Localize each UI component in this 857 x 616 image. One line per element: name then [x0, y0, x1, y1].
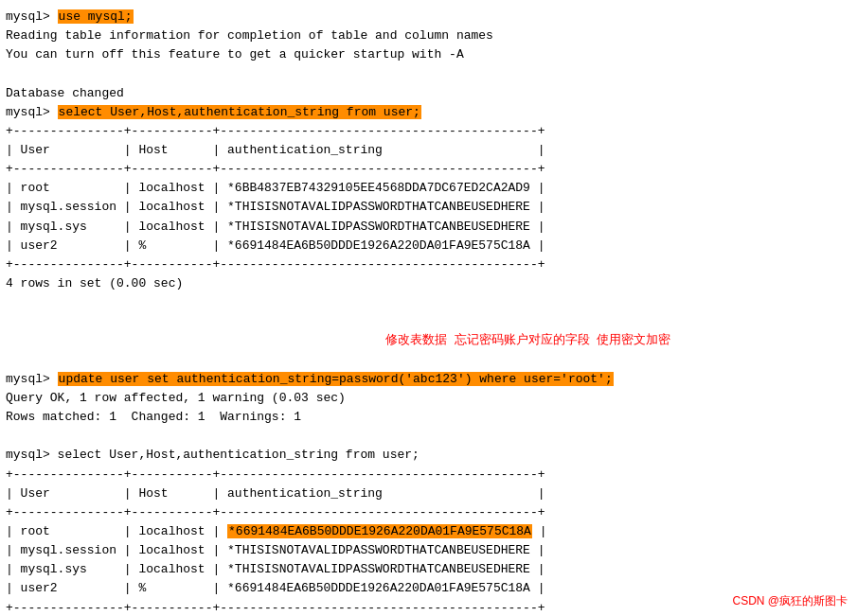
annotation-line-1: 修改表数据 忘记密码账户对应的字段 使用密文加密	[6, 312, 851, 370]
row-post: |	[532, 524, 547, 538]
cmd-18: update user set authentication_string=pa…	[58, 372, 614, 386]
line-26: | root | localhost | *6691484EA6B50DDDE1…	[6, 522, 851, 541]
footer-text: CSDN @疯狂的斯图卡	[732, 594, 848, 607]
line-30: +---------------+-----------+-----------…	[6, 599, 851, 616]
annotation-text-1: 修改表数据 忘记密码账户对应的字段 使用密文加密	[385, 334, 670, 347]
line-2: Reading table information for completion…	[6, 26, 851, 45]
line-14: +---------------+-----------+-----------…	[6, 255, 851, 274]
line-28: | mysql.sys | localhost | *THISISNOTAVAL…	[6, 560, 851, 579]
cmd-22-text: select User,Host,authentication_string f…	[58, 448, 420, 462]
line-11: | mysql.session | localhost | *THISISNOT…	[6, 198, 851, 217]
line-20: Rows matched: 1 Changed: 1 Warnings: 1	[6, 408, 851, 427]
prompt-22: mysql>	[6, 448, 58, 462]
line-1: mysql> use mysql;	[6, 8, 851, 26]
line-9: +---------------+-----------+-----------…	[6, 160, 851, 179]
line-4	[6, 64, 851, 83]
line-13: | user2 | % | *6691484EA6B50DDDE1926A220…	[6, 237, 851, 255]
line-3: You can turn off this feature to get a q…	[6, 45, 851, 64]
line-21	[6, 427, 851, 446]
line-18: mysql> update user set authentication_st…	[6, 370, 851, 389]
line-24: | User | Host | authentication_string |	[6, 484, 851, 503]
line-23: +---------------+-----------+-----------…	[6, 466, 851, 484]
prompt-6: mysql>	[6, 105, 58, 119]
line-19: Query OK, 1 row affected, 1 warning (0.0…	[6, 389, 851, 408]
line-29: | user2 | % | *6691484EA6B50DDDE1926A220…	[6, 579, 851, 598]
row-highlight: *6691484EA6B50DDDE1926A220DA01FA9E575C18…	[227, 524, 532, 538]
row-pre: | root | localhost |	[6, 524, 227, 538]
prompt-1: mysql>	[6, 9, 58, 24]
line-6: mysql> select User,Host,authentication_s…	[6, 103, 851, 122]
line-15: 4 rows in set (0.00 sec)	[6, 274, 851, 293]
line-16	[6, 293, 851, 312]
line-12: | mysql.sys | localhost | *THISISNOTAVAL…	[6, 218, 851, 237]
line-8: | User | Host | authentication_string |	[6, 141, 851, 160]
footer: CSDN @疯狂的斯图卡	[732, 592, 848, 610]
cmd-6: select User,Host,authentication_string f…	[58, 105, 421, 119]
line-25: +---------------+-----------+-----------…	[6, 503, 851, 522]
line-22: mysql> select User,Host,authentication_s…	[6, 446, 851, 465]
line-5: Database changed	[6, 84, 851, 103]
cmd-1: use mysql;	[58, 9, 134, 24]
line-27: | mysql.session | localhost | *THISISNOT…	[6, 541, 851, 560]
line-7: +---------------+-----------+-----------…	[6, 122, 851, 141]
prompt-18: mysql>	[6, 372, 58, 386]
line-10: | root | localhost | *6BB4837EB74329105E…	[6, 179, 851, 198]
terminal-window: mysql> use mysql; Reading table informat…	[0, 0, 857, 616]
